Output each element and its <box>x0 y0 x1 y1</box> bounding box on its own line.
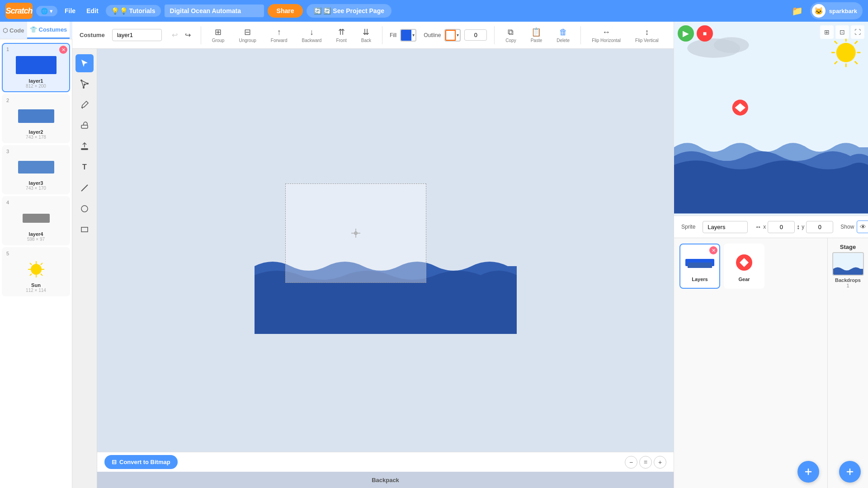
svg-line-6 <box>41 263 42 265</box>
fill-tool[interactable] <box>75 137 94 155</box>
undo-button[interactable]: ↩ <box>169 29 180 41</box>
eraser-tool[interactable] <box>75 117 94 135</box>
y-input[interactable] <box>806 221 833 233</box>
copy-button[interactable]: ⧉ Copy <box>502 26 519 45</box>
backpack-bar[interactable]: Backpack <box>97 472 674 488</box>
xy-arrows: ↔ x ↕ y <box>755 221 833 233</box>
group-button[interactable]: ⊞ Group <box>208 25 228 45</box>
backward-button[interactable]: ↓ Backward <box>298 26 325 45</box>
x-input[interactable] <box>768 221 795 233</box>
zoom-fit-button[interactable]: = <box>639 456 652 469</box>
add-backdrop-button[interactable] <box>839 461 861 483</box>
show-group: Show 👁 🚫 <box>840 221 868 233</box>
stage-scene-svg <box>674 22 868 216</box>
costume-item-3[interactable]: 3 layer3 743 × 170 <box>2 145 70 194</box>
crosshair-icon <box>350 228 361 239</box>
fill-color-button[interactable]: ▾ <box>400 29 416 42</box>
redo-button[interactable]: ↪ <box>182 29 193 41</box>
backward-icon: ↓ <box>310 28 314 37</box>
tutorials-label: 💡 Tutorials <box>120 7 156 14</box>
canvas-bottom-bar: ⊟ Convert to Bitmap − = + <box>97 452 674 472</box>
sprite-card-gear[interactable]: Gear <box>724 244 764 289</box>
outline-size-input[interactable] <box>464 29 487 41</box>
paste-button[interactable]: 📋 Paste <box>527 25 546 45</box>
folder-icon[interactable]: 📁 <box>788 4 807 18</box>
delete-badge-1[interactable]: ✕ <box>59 46 67 54</box>
file-menu[interactable]: File <box>61 5 79 16</box>
rectangle-tool[interactable] <box>75 221 94 239</box>
show-visible-button[interactable]: 👁 <box>857 221 868 233</box>
text-tool[interactable]: T <box>75 158 94 176</box>
add-sprite-button[interactable] <box>797 461 819 483</box>
forward-button[interactable]: ↑ Forward <box>267 26 291 45</box>
sprite-list-container: ✕ Layers <box>674 238 868 488</box>
costume-list: 1 ✕ layer1 812 × 200 2 layer2 743 × 178 … <box>0 39 72 488</box>
sprite-label: Sprite <box>681 224 695 230</box>
ungroup-button[interactable]: ⊟ Ungroup <box>235 25 259 45</box>
drawing-tools-panel: T <box>72 49 97 488</box>
costume-item-2[interactable]: 2 layer2 743 × 178 <box>2 94 70 143</box>
medium-view-button[interactable]: ⊡ <box>835 25 849 39</box>
front-button[interactable]: ⇈ Front <box>332 25 350 45</box>
costume-name-3: layer3 <box>29 180 43 186</box>
stage-thumb[interactable] <box>832 252 864 276</box>
delete-button[interactable]: 🗑 Delete <box>553 26 573 45</box>
green-flag-button[interactable]: ▶ <box>678 25 694 42</box>
edit-menu[interactable]: Edit <box>83 5 102 16</box>
svg-point-9 <box>87 83 89 84</box>
zoom-out-button[interactable]: − <box>625 456 637 469</box>
fill-color-arrow: ▾ <box>412 33 415 38</box>
tab-costumes[interactable]: 👕 Costumes <box>27 22 70 39</box>
select-tool[interactable] <box>75 54 94 72</box>
back-button[interactable]: ⇊ Back <box>358 25 375 45</box>
reshape-tool[interactable] <box>75 75 94 93</box>
costume-size-3: 743 × 170 <box>26 186 46 191</box>
svg-point-8 <box>80 80 82 81</box>
outline-color-button[interactable]: ▾ <box>444 29 461 42</box>
user-button[interactable]: 🐱 sparkbark <box>810 2 863 19</box>
back-icon: ⇊ <box>363 27 369 37</box>
canvas-area[interactable] <box>97 49 674 452</box>
fullscreen-button[interactable]: ⛶ <box>851 25 864 39</box>
sprite-name-input[interactable] <box>703 221 748 233</box>
small-view-button[interactable]: ⊞ <box>820 25 834 39</box>
costume-name-field[interactable] <box>112 29 162 41</box>
costume-name-2: layer2 <box>29 129 43 135</box>
project-name-input[interactable] <box>165 5 264 17</box>
tutorials-icon: 💡 <box>111 7 119 14</box>
costume-item-5[interactable]: 5 <box>2 247 70 296</box>
sprite-name-gear: Gear <box>738 277 750 282</box>
sprite-card-layers[interactable]: ✕ Layers <box>679 244 720 289</box>
svg-point-10 <box>84 84 85 85</box>
costume-item-4[interactable]: 4 layer4 598 × 97 <box>2 196 70 245</box>
costume-size-4: 598 × 97 <box>27 237 45 242</box>
circle-tool[interactable] <box>75 200 94 218</box>
flip-v-icon: ↕ <box>645 28 649 37</box>
svg-point-23 <box>836 43 856 62</box>
backpack-label: Backpack <box>372 477 399 483</box>
flip-horizontal-button[interactable]: ↔ Flip Horizontal <box>588 26 624 45</box>
canvas-container: ⊟ Convert to Bitmap − = + Backpack <box>97 49 674 488</box>
zoom-in-button[interactable]: + <box>654 456 666 469</box>
globe-icon: 🌐 <box>41 8 48 14</box>
line-tool[interactable] <box>75 179 94 197</box>
toolbar-divider-1 <box>201 26 201 44</box>
tutorials-button[interactable]: 💡 💡 Tutorials <box>106 5 161 17</box>
stop-button[interactable]: ■ <box>697 25 713 42</box>
undo-redo-group: ↩ ↪ <box>169 29 193 41</box>
brush-tool[interactable] <box>75 96 94 114</box>
see-project-button[interactable]: 🔄 🔄 See Project Page <box>307 4 392 18</box>
sprite-delete-layers[interactable]: ✕ <box>709 246 717 254</box>
tab-code[interactable]: ⬡ Code <box>0 22 27 39</box>
costume-name-5: Sun <box>31 282 41 288</box>
scratch-logo[interactable]: Scratch <box>5 3 33 19</box>
group-icon: ⊞ <box>215 27 222 37</box>
costume-item-1[interactable]: 1 ✕ layer1 812 × 200 <box>2 43 70 92</box>
costume-thumb-5 <box>14 258 59 281</box>
costume-size-2: 743 × 178 <box>26 135 46 140</box>
center-main: Costume ↩ ↪ ⊞ Group ⊟ Ungroup ↑ Forward … <box>72 22 674 488</box>
flip-vertical-button[interactable]: ↕ Flip Vertical <box>632 26 662 45</box>
share-button[interactable]: Share <box>268 4 303 18</box>
convert-bitmap-button[interactable]: ⊟ Convert to Bitmap <box>104 455 178 469</box>
globe-button[interactable]: 🌐 ▾ <box>36 6 57 16</box>
